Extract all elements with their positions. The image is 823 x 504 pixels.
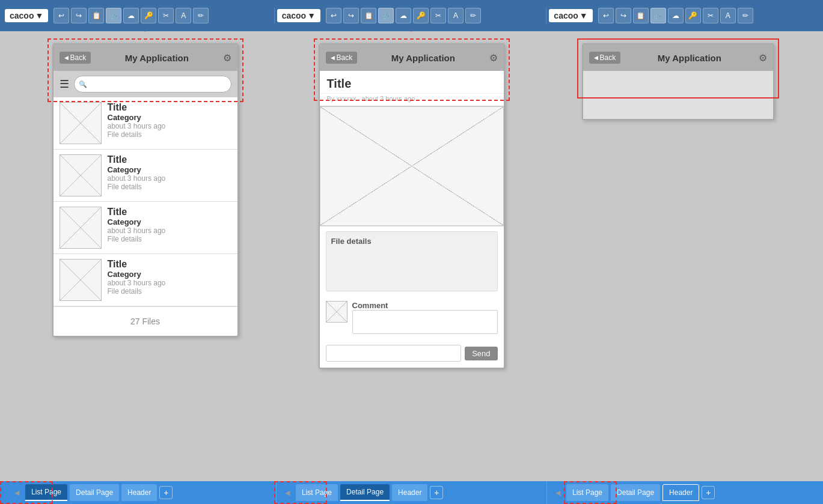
toolbar-section-2: cacoo ▼ ↩ ↪ 📋 🔗 ☁ 🔑 ✂ A ✏ [277,8,547,23]
send-input[interactable] [326,345,462,362]
list-item[interactable]: Title Category about 3 hours ago File de… [54,97,237,150]
text-button-2[interactable]: A [448,8,464,23]
tab-header-3[interactable]: Header [662,484,699,501]
link-button-2[interactable]: 🔗 [378,8,394,23]
key-button-3[interactable]: 🔑 [685,8,701,23]
back-button[interactable]: Back [60,52,91,64]
cloud-button-3[interactable]: ☁ [668,8,684,23]
pen-button-2[interactable]: ✏ [465,8,481,23]
item-category: Category [108,113,231,122]
item-title: Title [108,102,231,113]
cacoo-logo-2[interactable]: cacoo ▼ [277,9,320,22]
bottom-section-2: ◀ List Page Detail Page Header + [277,481,547,504]
cacoo-logo[interactable]: cacoo ▼ [5,9,48,22]
gear-button-header[interactable]: ⚙ [759,52,767,64]
tab-detail-page-2[interactable]: Detail Page [340,484,390,501]
header-app-title: My Application [625,53,753,63]
scroll-left-2[interactable]: ◀ [281,488,293,498]
tab-list-page-3[interactable]: List Page [566,484,608,501]
search-input[interactable] [74,76,231,93]
list-item[interactable]: Title Category about 3 hours ago File de… [54,254,237,306]
scroll-left-3[interactable]: ◀ [552,488,564,498]
detail-main-image [320,106,504,226]
key-button[interactable]: 🔑 [141,8,156,23]
redo-button-3[interactable]: ↪ [616,8,631,23]
bottom-section-3: ◀ List Page Detail Page Header + [547,481,817,504]
item-file: File details [108,287,231,296]
tab-header-1[interactable]: Header [121,484,157,501]
pen-button-3[interactable]: ✏ [738,8,753,23]
list-page-phone: Back My Application ⚙ ☰ Title [52,43,239,337]
tab-list-page-1[interactable]: List Page [25,484,67,501]
undo-button[interactable]: ↩ [54,8,69,23]
tab-detail-page-3[interactable]: Detail Page [611,484,660,501]
detail-page-header: Back My Application ⚙ [320,44,504,71]
link-button-3[interactable]: 🔗 [650,8,666,23]
cut-button-2[interactable]: ✂ [430,8,446,23]
redo-button-2[interactable]: ↪ [343,8,359,23]
item-thumbnail [60,259,102,301]
list-item[interactable]: Title Category about 3 hours ago File de… [54,202,237,254]
cut-button[interactable]: ✂ [158,8,174,23]
tab-add-button-2[interactable]: + [430,486,443,499]
redo-button[interactable]: ↪ [71,8,87,23]
item-category: Category [108,165,231,174]
copy-button[interactable]: 📋 [88,8,104,23]
comment-avatar [326,301,347,323]
tab-header-2[interactable]: Header [392,484,427,501]
tab-list-page-2[interactable]: List Page [296,484,338,501]
cloud-button[interactable]: ☁ [123,8,139,23]
link-button[interactable]: 🔗 [106,8,121,23]
main-toolbar: cacoo ▼ ↩ ↪ 📋 🔗 ☁ 🔑 ✂ A ✏ cacoo ▼ ↩ ↪ 📋 … [0,0,823,31]
cloud-button-2[interactable]: ☁ [396,8,411,23]
hamburger-button[interactable]: ☰ [60,77,69,91]
pen-button[interactable]: ✏ [193,8,209,23]
key-button-2[interactable]: 🔑 [413,8,429,23]
item-category: Category [108,270,231,279]
back-button-detail[interactable]: Back [326,52,358,64]
bottom-section-1: ◀ List Page Detail Page Header + [6,481,277,504]
comment-textarea[interactable] [352,310,498,334]
item-file: File details [108,235,231,243]
app-title: My Application [96,53,218,63]
undo-button-3[interactable]: ↩ [598,8,614,23]
tab-add-button-1[interactable]: + [159,486,173,499]
item-title: Title [108,207,231,217]
cacoo-logo-text: cacoo [10,11,34,20]
panel-header-page: Back My Application ⚙ [551,43,805,469]
cacoo-logo-3[interactable]: cacoo ▼ [549,9,592,22]
header-only-content [583,71,773,119]
toolbar-section-1: cacoo ▼ ↩ ↪ 📋 🔗 ☁ 🔑 ✂ A ✏ [5,8,275,23]
copy-button-3[interactable]: 📋 [633,8,649,23]
header-page-header: Back My Application ⚙ [583,44,773,71]
bottom-bar: ◀ List Page Detail Page Header + ◀ List … [0,481,823,504]
send-button[interactable]: Send [465,347,497,360]
cacoo-logo-text-3: cacoo [554,11,578,20]
undo-button-2[interactable]: ↩ [326,8,341,23]
detail-app-title: My Application [362,53,484,63]
detail-page-phone: Back My Application ⚙ Title By xxxxxx · … [319,43,505,369]
scroll-left-1[interactable]: ◀ [11,488,23,498]
list-items-container: Title Category about 3 hours ago File de… [54,97,237,306]
gear-button-detail[interactable]: ⚙ [489,52,498,64]
text-button[interactable]: A [176,8,191,23]
item-time: about 3 hours ago [108,122,231,130]
item-file: File details [108,130,231,139]
cacoo-logo-text-2: cacoo [282,11,306,20]
header-page-phone: Back My Application ⚙ [582,43,774,120]
tab-detail-page-1[interactable]: Detail Page [70,484,119,501]
list-item[interactable]: Title Category about 3 hours ago File de… [54,150,237,202]
gear-button[interactable]: ⚙ [223,52,231,64]
copy-button-2[interactable]: 📋 [361,8,376,23]
back-button-header[interactable]: Back [589,52,621,64]
cacoo-dropdown-arrow-3: ▼ [580,11,588,20]
tab-add-button-3[interactable]: + [702,486,715,499]
file-details-section: File details [326,231,498,291]
text-button-3[interactable]: A [720,8,736,23]
item-thumbnail [60,207,102,249]
comment-label: Comment [352,301,498,310]
cut-button-3[interactable]: ✂ [703,8,718,23]
item-time: about 3 hours ago [108,279,231,287]
item-title: Title [108,154,231,165]
item-thumbnail [60,154,102,196]
